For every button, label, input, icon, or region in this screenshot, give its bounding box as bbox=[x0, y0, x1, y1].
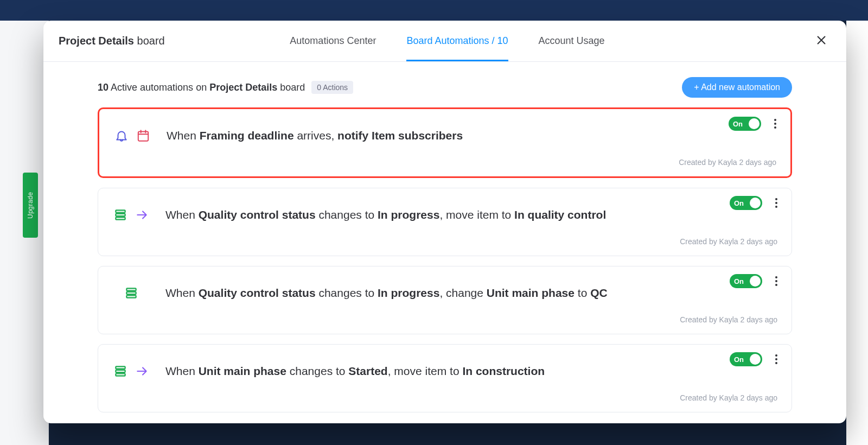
svg-rect-11 bbox=[126, 292, 136, 294]
summary-text: 10 Active automations on Project Details… bbox=[98, 82, 305, 93]
card-row: When Quality control status changes to I… bbox=[112, 200, 777, 230]
modal-header: Project Details board Automations Center… bbox=[43, 21, 846, 62]
automation-card[interactable]: OnWhen Unit main phase changes to Starte… bbox=[98, 344, 792, 412]
toggle-knob bbox=[750, 276, 761, 287]
automation-toggle[interactable]: On bbox=[730, 352, 762, 366]
modal-title: Project Details board bbox=[59, 35, 165, 47]
toggle-knob bbox=[749, 118, 760, 129]
close-icon bbox=[815, 34, 827, 48]
rule-icons bbox=[112, 208, 150, 222]
rule-icons bbox=[112, 286, 150, 300]
svg-rect-15 bbox=[116, 373, 125, 376]
toggle-knob bbox=[750, 354, 761, 365]
toggle-label: On bbox=[734, 199, 744, 207]
modal-title-bold: Project Details bbox=[59, 35, 134, 47]
card-controls: On bbox=[730, 274, 782, 288]
svg-rect-2 bbox=[138, 131, 148, 141]
card-controls: On bbox=[730, 352, 782, 366]
toggle-knob bbox=[750, 198, 761, 208]
card-meta: Created by Kayla 2 days ago bbox=[112, 393, 777, 402]
svg-rect-8 bbox=[116, 217, 125, 219]
tab-board-automations[interactable]: Board Automations / 10 bbox=[406, 21, 508, 61]
automation-card[interactable]: OnWhen Framing deadline arrives, notify … bbox=[98, 107, 792, 178]
automations-modal: Project Details board Automations Center… bbox=[43, 21, 846, 423]
automation-card[interactable]: OnWhen Quality control status changes to… bbox=[98, 188, 792, 256]
svg-rect-10 bbox=[126, 288, 136, 290]
tab-account-usage[interactable]: Account Usage bbox=[539, 21, 605, 61]
close-button[interactable] bbox=[812, 31, 831, 51]
arrow-icon bbox=[135, 364, 149, 378]
more-menu-icon[interactable] bbox=[771, 274, 782, 288]
rule-text: When Quality control status changes to I… bbox=[165, 285, 608, 301]
card-row: When Quality control status changes to I… bbox=[112, 278, 777, 308]
stack-icon bbox=[124, 286, 138, 300]
app-right-strip bbox=[846, 21, 868, 445]
summary-count: 10 bbox=[98, 82, 108, 93]
stack-icon bbox=[113, 364, 127, 378]
toggle-label: On bbox=[734, 277, 744, 285]
stack-icon bbox=[113, 208, 127, 222]
modal-tabs: Automations Center Board Automations / 1… bbox=[290, 21, 604, 61]
svg-rect-7 bbox=[116, 214, 125, 216]
more-menu-icon[interactable] bbox=[770, 117, 781, 131]
card-row: When Unit main phase changes to Started,… bbox=[112, 357, 777, 386]
automation-toggle[interactable]: On bbox=[730, 196, 762, 210]
calendar-icon bbox=[136, 129, 150, 143]
toggle-label: On bbox=[734, 355, 744, 364]
card-row: When Framing deadline arrives, notify It… bbox=[113, 121, 776, 150]
rule-icons bbox=[113, 129, 151, 143]
actions-badge: 0 Actions bbox=[311, 81, 353, 94]
rule-icons bbox=[112, 364, 150, 378]
automation-toggle[interactable]: On bbox=[729, 117, 761, 131]
app-topbar bbox=[0, 0, 868, 21]
card-meta: Created by Kayla 2 days ago bbox=[112, 237, 777, 246]
automation-toggle[interactable]: On bbox=[730, 274, 762, 288]
more-menu-icon[interactable] bbox=[771, 196, 782, 210]
svg-rect-12 bbox=[126, 295, 136, 297]
svg-rect-14 bbox=[116, 370, 125, 372]
arrow-icon bbox=[135, 208, 149, 222]
card-controls: On bbox=[729, 117, 781, 131]
svg-rect-13 bbox=[116, 366, 125, 368]
add-automation-button[interactable]: + Add new automation bbox=[682, 77, 792, 98]
card-controls: On bbox=[730, 196, 782, 210]
card-meta: Created by Kayla 2 days ago bbox=[112, 315, 777, 324]
upgrade-pill[interactable]: Upgrade bbox=[23, 173, 38, 238]
bell-icon bbox=[114, 129, 129, 143]
rule-text: When Unit main phase changes to Started,… bbox=[165, 363, 545, 379]
svg-rect-6 bbox=[116, 210, 125, 212]
app-left-rail: Upgrade bbox=[0, 21, 49, 445]
more-menu-icon[interactable] bbox=[771, 352, 782, 366]
automation-card[interactable]: OnWhen Quality control status changes to… bbox=[98, 266, 792, 334]
modal-body: 10 Active automations on Project Details… bbox=[43, 62, 846, 423]
summary-row: 10 Active automations on Project Details… bbox=[98, 77, 792, 98]
rule-text: When Quality control status changes to I… bbox=[165, 207, 606, 223]
toggle-label: On bbox=[733, 120, 743, 128]
rule-text: When Framing deadline arrives, notify It… bbox=[167, 128, 463, 144]
card-meta: Created by Kayla 2 days ago bbox=[113, 158, 776, 167]
summary-board-name: Project Details bbox=[209, 82, 277, 93]
tab-automations-center[interactable]: Automations Center bbox=[290, 21, 376, 61]
automation-list: OnWhen Framing deadline arrives, notify … bbox=[98, 107, 792, 412]
